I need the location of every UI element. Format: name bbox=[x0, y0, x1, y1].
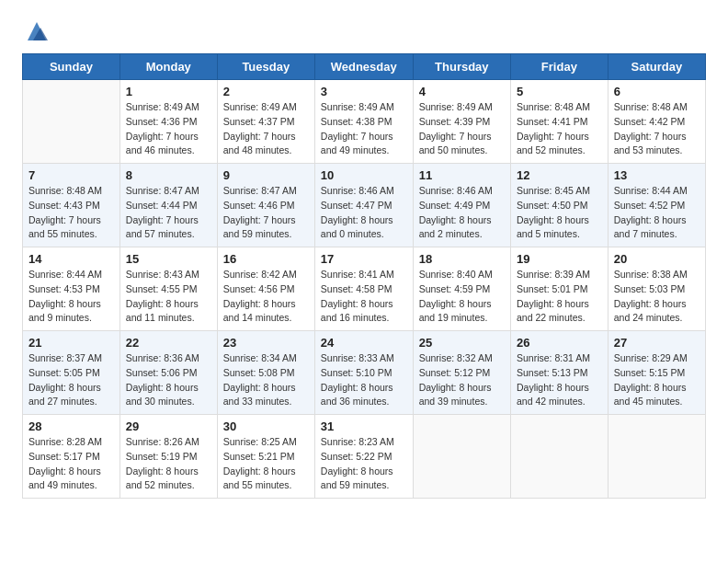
day-number: 21 bbox=[28, 336, 114, 350]
day-info: Sunrise: 8:49 AMSunset: 4:36 PMDaylight:… bbox=[126, 100, 211, 158]
day-number: 28 bbox=[28, 419, 114, 433]
day-number: 16 bbox=[223, 252, 309, 266]
day-info: Sunrise: 8:48 AMSunset: 4:42 PMDaylight:… bbox=[614, 100, 700, 158]
day-number: 20 bbox=[614, 252, 700, 266]
calendar-day-cell: 12Sunrise: 8:45 AMSunset: 4:50 PMDayligh… bbox=[510, 164, 608, 247]
day-info: Sunrise: 8:28 AMSunset: 5:17 PMDaylight:… bbox=[28, 435, 114, 493]
day-number: 17 bbox=[321, 252, 407, 266]
day-info: Sunrise: 8:33 AMSunset: 5:10 PMDaylight:… bbox=[321, 351, 407, 409]
calendar-day-cell: 25Sunrise: 8:32 AMSunset: 5:12 PMDayligh… bbox=[413, 331, 510, 415]
page-header bbox=[22, 18, 706, 44]
day-info: Sunrise: 8:46 AMSunset: 4:49 PMDaylight:… bbox=[419, 184, 505, 242]
calendar-day-cell: 16Sunrise: 8:42 AMSunset: 4:56 PMDayligh… bbox=[217, 247, 314, 331]
day-number: 13 bbox=[614, 168, 700, 182]
calendar-day-cell: 3Sunrise: 8:49 AMSunset: 4:38 PMDaylight… bbox=[314, 80, 413, 164]
day-number: 22 bbox=[126, 336, 211, 350]
calendar-col-header: Friday bbox=[510, 54, 608, 80]
day-number: 5 bbox=[517, 85, 602, 98]
calendar-day-cell: 2Sunrise: 8:49 AMSunset: 4:37 PMDaylight… bbox=[217, 80, 314, 164]
day-number: 30 bbox=[223, 419, 309, 433]
calendar-col-header: Sunday bbox=[23, 54, 120, 80]
calendar-day-cell: 17Sunrise: 8:41 AMSunset: 4:58 PMDayligh… bbox=[314, 247, 413, 331]
calendar-day-cell: 14Sunrise: 8:44 AMSunset: 4:53 PMDayligh… bbox=[23, 247, 120, 331]
calendar-day-cell: 30Sunrise: 8:25 AMSunset: 5:21 PMDayligh… bbox=[217, 415, 314, 499]
calendar-week-row: 28Sunrise: 8:28 AMSunset: 5:17 PMDayligh… bbox=[23, 415, 706, 499]
calendar-day-cell: 13Sunrise: 8:44 AMSunset: 4:52 PMDayligh… bbox=[608, 164, 705, 247]
day-info: Sunrise: 8:40 AMSunset: 4:59 PMDaylight:… bbox=[419, 268, 505, 326]
day-info: Sunrise: 8:49 AMSunset: 4:39 PMDaylight:… bbox=[419, 100, 505, 158]
day-info: Sunrise: 8:37 AMSunset: 5:05 PMDaylight:… bbox=[28, 351, 114, 409]
day-number: 2 bbox=[223, 85, 309, 98]
day-number: 6 bbox=[614, 85, 700, 98]
calendar-day-cell: 9Sunrise: 8:47 AMSunset: 4:46 PMDaylight… bbox=[217, 164, 314, 247]
calendar-day-cell: 31Sunrise: 8:23 AMSunset: 5:22 PMDayligh… bbox=[314, 415, 413, 499]
calendar-day-cell bbox=[608, 415, 705, 499]
day-number: 14 bbox=[28, 252, 114, 266]
day-number: 11 bbox=[419, 168, 505, 182]
calendar-table: SundayMondayTuesdayWednesdayThursdayFrid… bbox=[22, 53, 706, 499]
day-number: 10 bbox=[321, 168, 407, 182]
day-number: 25 bbox=[419, 336, 505, 350]
calendar-day-cell: 4Sunrise: 8:49 AMSunset: 4:39 PMDaylight… bbox=[413, 80, 510, 164]
day-number: 15 bbox=[126, 252, 211, 266]
day-info: Sunrise: 8:49 AMSunset: 4:38 PMDaylight:… bbox=[321, 100, 407, 158]
day-info: Sunrise: 8:47 AMSunset: 4:46 PMDaylight:… bbox=[223, 184, 309, 242]
calendar-day-cell: 5Sunrise: 8:48 AMSunset: 4:41 PMDaylight… bbox=[510, 80, 608, 164]
calendar-day-cell bbox=[510, 415, 608, 499]
calendar-day-cell: 28Sunrise: 8:28 AMSunset: 5:17 PMDayligh… bbox=[23, 415, 120, 499]
calendar-day-cell: 19Sunrise: 8:39 AMSunset: 5:01 PMDayligh… bbox=[510, 247, 608, 331]
calendar-day-cell bbox=[23, 80, 120, 164]
day-info: Sunrise: 8:44 AMSunset: 4:52 PMDaylight:… bbox=[614, 184, 700, 242]
day-number: 7 bbox=[28, 168, 114, 182]
day-number: 8 bbox=[126, 168, 211, 182]
day-number: 31 bbox=[321, 419, 407, 433]
day-info: Sunrise: 8:32 AMSunset: 5:12 PMDaylight:… bbox=[419, 351, 505, 409]
day-info: Sunrise: 8:48 AMSunset: 4:43 PMDaylight:… bbox=[28, 184, 114, 242]
day-number: 18 bbox=[419, 252, 505, 266]
day-info: Sunrise: 8:34 AMSunset: 5:08 PMDaylight:… bbox=[223, 351, 309, 409]
day-info: Sunrise: 8:47 AMSunset: 4:44 PMDaylight:… bbox=[126, 184, 211, 242]
calendar-day-cell: 15Sunrise: 8:43 AMSunset: 4:55 PMDayligh… bbox=[119, 247, 217, 331]
day-number: 9 bbox=[223, 168, 309, 182]
day-info: Sunrise: 8:23 AMSunset: 5:22 PMDaylight:… bbox=[321, 435, 407, 493]
day-number: 4 bbox=[419, 85, 505, 98]
calendar-week-row: 21Sunrise: 8:37 AMSunset: 5:05 PMDayligh… bbox=[23, 331, 706, 415]
calendar-day-cell: 24Sunrise: 8:33 AMSunset: 5:10 PMDayligh… bbox=[314, 331, 413, 415]
day-info: Sunrise: 8:38 AMSunset: 5:03 PMDaylight:… bbox=[614, 268, 700, 326]
day-number: 24 bbox=[321, 336, 407, 350]
calendar-day-cell bbox=[413, 415, 510, 499]
day-info: Sunrise: 8:42 AMSunset: 4:56 PMDaylight:… bbox=[223, 268, 309, 326]
day-info: Sunrise: 8:36 AMSunset: 5:06 PMDaylight:… bbox=[126, 351, 211, 409]
day-number: 3 bbox=[321, 85, 407, 98]
day-info: Sunrise: 8:41 AMSunset: 4:58 PMDaylight:… bbox=[321, 268, 407, 326]
calendar-day-cell: 11Sunrise: 8:46 AMSunset: 4:49 PMDayligh… bbox=[413, 164, 510, 247]
calendar-day-cell: 26Sunrise: 8:31 AMSunset: 5:13 PMDayligh… bbox=[510, 331, 608, 415]
calendar-day-cell: 1Sunrise: 8:49 AMSunset: 4:36 PMDaylight… bbox=[119, 80, 217, 164]
calendar-day-cell: 8Sunrise: 8:47 AMSunset: 4:44 PMDaylight… bbox=[119, 164, 217, 247]
day-number: 27 bbox=[614, 336, 700, 350]
day-info: Sunrise: 8:43 AMSunset: 4:55 PMDaylight:… bbox=[126, 268, 211, 326]
day-number: 29 bbox=[126, 419, 211, 433]
day-number: 19 bbox=[517, 252, 602, 266]
day-info: Sunrise: 8:49 AMSunset: 4:37 PMDaylight:… bbox=[223, 100, 309, 158]
calendar-day-cell: 18Sunrise: 8:40 AMSunset: 4:59 PMDayligh… bbox=[413, 247, 510, 331]
day-info: Sunrise: 8:44 AMSunset: 4:53 PMDaylight:… bbox=[28, 268, 114, 326]
calendar-col-header: Tuesday bbox=[217, 54, 314, 80]
day-number: 26 bbox=[517, 336, 602, 350]
day-number: 1 bbox=[126, 85, 211, 98]
calendar-week-row: 14Sunrise: 8:44 AMSunset: 4:53 PMDayligh… bbox=[23, 247, 706, 331]
day-info: Sunrise: 8:29 AMSunset: 5:15 PMDaylight:… bbox=[614, 351, 700, 409]
calendar-day-cell: 23Sunrise: 8:34 AMSunset: 5:08 PMDayligh… bbox=[217, 331, 314, 415]
day-number: 23 bbox=[223, 336, 309, 350]
calendar-week-row: 1Sunrise: 8:49 AMSunset: 4:36 PMDaylight… bbox=[23, 80, 706, 164]
calendar-header-row: SundayMondayTuesdayWednesdayThursdayFrid… bbox=[23, 54, 706, 80]
calendar-day-cell: 21Sunrise: 8:37 AMSunset: 5:05 PMDayligh… bbox=[23, 331, 120, 415]
day-info: Sunrise: 8:39 AMSunset: 5:01 PMDaylight:… bbox=[517, 268, 602, 326]
logo-icon bbox=[24, 18, 50, 44]
day-info: Sunrise: 8:25 AMSunset: 5:21 PMDaylight:… bbox=[223, 435, 309, 493]
day-info: Sunrise: 8:48 AMSunset: 4:41 PMDaylight:… bbox=[517, 100, 602, 158]
calendar-day-cell: 6Sunrise: 8:48 AMSunset: 4:42 PMDaylight… bbox=[608, 80, 705, 164]
day-info: Sunrise: 8:26 AMSunset: 5:19 PMDaylight:… bbox=[126, 435, 211, 493]
calendar-col-header: Monday bbox=[119, 54, 217, 80]
calendar-col-header: Wednesday bbox=[314, 54, 413, 80]
